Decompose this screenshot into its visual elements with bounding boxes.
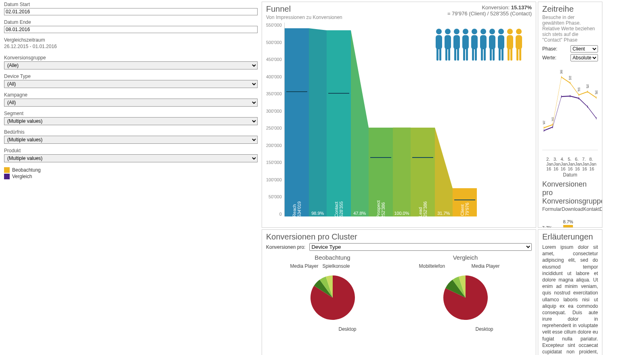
funnel-y-axis: 550'000500'000450'000400'000350'000300'0… (266, 23, 284, 216)
cluster-select[interactable]: Device Type (309, 243, 532, 251)
start-input[interactable] (4, 8, 258, 15)
device-filter-select[interactable]: (All) (4, 80, 258, 88)
svg-text:5747: 5747 (552, 117, 554, 122)
erlaeuterungen-panel: Erläuterungen Lorem ipsum dolor sit amet… (538, 229, 602, 355)
cluster-select-label: Konversionen pro: (266, 244, 305, 250)
svg-marker-42 (393, 128, 411, 216)
svg-point-62 (570, 95, 570, 98)
cluster-panel: Konversionen pro Cluster Konversionen pr… (262, 229, 536, 355)
konvgruppe-filter-label: Konversionsgruppe (4, 55, 258, 61)
svg-point-60 (552, 126, 553, 128)
svg-point-59 (544, 129, 544, 132)
timeseries-panel: Zeitreihe Besuche in der gewählten Phase… (538, 2, 602, 228)
kampagne-filter-label: Kampagne (4, 92, 258, 98)
erlaeuterungen-title: Erläuterungen (542, 232, 598, 242)
timeseries-title: Zeitreihe (542, 4, 598, 14)
svg-text:16491: 16491 (560, 69, 562, 75)
kampagne-filter-select[interactable]: (All) (4, 99, 258, 107)
werte-label: Werte: (542, 55, 566, 61)
funnel-title: Funnel (266, 4, 342, 14)
svg-point-65 (596, 117, 596, 120)
konvgruppe-section: Konversionen pro Konversionsgruppe Formu… (542, 180, 598, 228)
svg-point-48 (570, 82, 570, 84)
svg-marker-40 (309, 28, 327, 216)
compare-label: Vergleichszeitraum (4, 37, 258, 43)
svg-text:5044: 5044 (543, 120, 545, 125)
beduerfnis-filter-label: Bedürfnis (4, 129, 258, 135)
pie-right: Mobiltelefon Media Player Desktop (415, 263, 516, 332)
end-input[interactable] (4, 26, 258, 33)
pie-left: Media Player Spielkonsole Desktop (282, 263, 383, 332)
erl-p1: Lorem ipsum dolor sit amet, consectetur … (542, 244, 598, 355)
segment-filter-label: Segment (4, 111, 258, 116)
konvgruppe-chart: 7.7%7.0%8.7%6.7%0.6%0.5%0.3%0.2%0.2%0.1%… (542, 219, 598, 228)
timeseries-x-title: Datum (542, 172, 598, 178)
phase-label: Phase: (542, 46, 566, 52)
cluster-title: Konversionen pro Cluster (266, 232, 532, 242)
konvgruppe-headers: FormularDownloadKontaktDruckenFavorisier… (542, 206, 598, 218)
timeseries-subtitle: Besuche in der gewählten Phase. Relative… (542, 15, 598, 43)
beduerfnis-filter-select[interactable]: (Multiple values) (4, 136, 258, 144)
svg-marker-43 (435, 128, 453, 216)
werte-select[interactable]: Absolute Werte (571, 54, 598, 61)
svg-point-61 (561, 95, 562, 98)
start-label: Datum Start (4, 2, 258, 7)
pie-right-title: Vergleich (415, 254, 516, 261)
svg-point-49 (579, 94, 579, 97)
legend: Beobachtung Vergleich (4, 167, 258, 179)
pie-left-title: Beobachtung (282, 254, 383, 261)
svg-point-63 (579, 97, 579, 100)
svg-point-50 (587, 90, 588, 93)
svg-text:13194: 13194 (586, 84, 589, 89)
svg-text:15181: 15181 (569, 75, 571, 80)
svg-point-51 (596, 97, 596, 99)
svg-point-47 (561, 76, 562, 79)
filters-panel: Datum Start Datum Ende Vergleichszeitrau… (2, 2, 260, 355)
end-label: Datum Ende (4, 19, 258, 25)
svg-marker-41 (351, 30, 369, 216)
konvgruppe-title: Konversionen pro Konversionsgruppe (542, 180, 598, 206)
konvgruppe-filter-select[interactable]: (Alle) (4, 61, 258, 69)
funnel-subtitle: Von Impressionen zu Konversionen (266, 15, 342, 20)
timeseries-chart: 504457471649115181124701319411849 (542, 64, 598, 157)
produkt-filter-label: Produkt (4, 148, 258, 153)
svg-text:12470: 12470 (577, 87, 580, 92)
svg-point-45 (544, 126, 544, 129)
legend-vergleich: Vergleich (12, 174, 32, 179)
compare-value: 26.12.2015 - 01.01.2016 (4, 44, 258, 49)
produkt-filter-select[interactable]: (Multiple values) (4, 154, 258, 162)
device-filter-label: Device Type (4, 74, 258, 79)
svg-point-46 (552, 123, 553, 126)
funnel-stats: Konversion: 15.137% = 79'976 (Client) / … (447, 4, 532, 17)
svg-point-64 (587, 105, 588, 108)
timeseries-x-labels: 2. Jan 163. Jan 164. Jan 165. Jan 166. J… (542, 157, 598, 171)
phase-select[interactable]: Client (571, 45, 598, 53)
segment-filter-select[interactable]: (Multiple values) (4, 117, 258, 125)
funnel-chart: Reach534'01998.9% Contact528'35547.8% Pr… (284, 23, 532, 216)
legend-beobachtung: Beobachtung (12, 167, 41, 173)
funnel-panel: Funnel Von Impressionen zu Konversionen … (262, 2, 536, 228)
svg-text:11849: 11849 (595, 90, 598, 95)
